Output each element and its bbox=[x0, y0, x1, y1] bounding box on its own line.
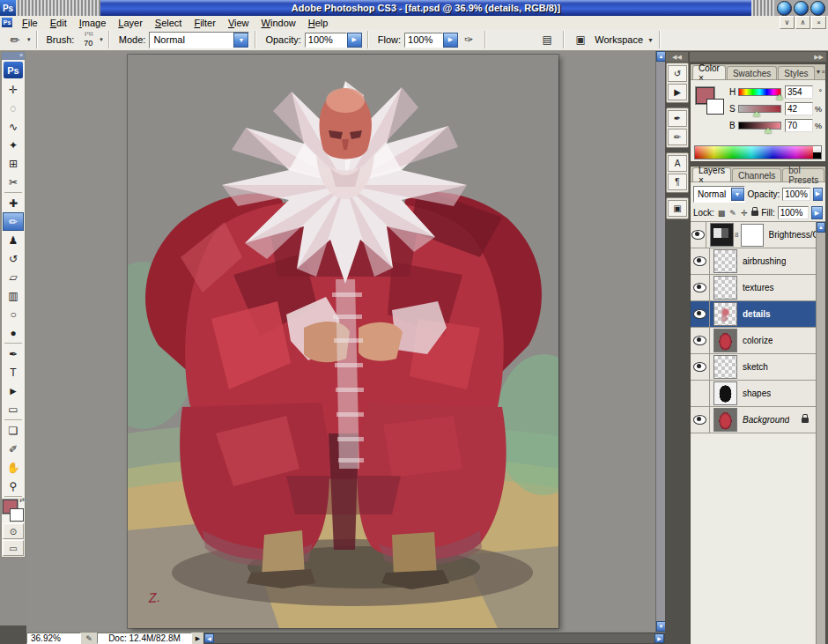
bridge-icon[interactable]: ▣ bbox=[570, 30, 591, 49]
notes-tool[interactable]: ❏ bbox=[3, 421, 24, 440]
character-panel-icon[interactable]: A bbox=[668, 155, 687, 172]
dodge-tool[interactable]: ● bbox=[3, 323, 24, 342]
crop-tool[interactable]: ⊞ bbox=[3, 154, 24, 173]
scroll-left-icon[interactable]: ◀ bbox=[204, 633, 214, 643]
tab-swatches[interactable]: Swatches bbox=[727, 66, 777, 79]
workspace-button[interactable]: Workspace bbox=[595, 34, 643, 45]
title-bar[interactable]: Ps Adobe Photoshop CS3 - [fat.psd @ 36.9… bbox=[0, 0, 828, 16]
fill-input[interactable]: 100% bbox=[778, 206, 809, 219]
layer-row-sketch[interactable]: sketch bbox=[691, 354, 816, 381]
layer-thumbnail[interactable] bbox=[713, 408, 737, 432]
palette-well-icon[interactable]: ▤ bbox=[536, 30, 558, 49]
layer-name[interactable]: colorize bbox=[743, 336, 773, 345]
vertical-scrollbar[interactable]: ▲ ▼ bbox=[655, 51, 665, 632]
mdi-minimize-button[interactable]: ∨ bbox=[780, 16, 795, 29]
icon-dock-collapse[interactable]: ◀◀ bbox=[666, 52, 688, 62]
layer-thumbnail[interactable] bbox=[713, 249, 737, 273]
brush-preset-picker[interactable]: ⠋⠛ 70 bbox=[78, 31, 99, 48]
layer-thumbnail[interactable] bbox=[713, 302, 737, 326]
slider-track[interactable] bbox=[738, 88, 781, 96]
pen-tool[interactable]: ✒ bbox=[3, 344, 24, 363]
panel-dock-collapse[interactable]: ▶▶ bbox=[690, 52, 826, 62]
shape-tool[interactable]: ▭ bbox=[3, 400, 24, 418]
menu-file[interactable]: File bbox=[16, 18, 44, 28]
slice-tool[interactable]: ✂ bbox=[3, 173, 24, 191]
menu-select[interactable]: Select bbox=[149, 18, 189, 28]
slider-value-input[interactable]: 354 bbox=[785, 85, 813, 99]
blend-mode-select[interactable]: Normal ▼ bbox=[149, 32, 249, 48]
opacity-input[interactable]: 100% bbox=[305, 33, 347, 48]
tool-presets-panel-icon[interactable]: ✒ bbox=[668, 110, 687, 127]
flow-input[interactable]: 100% bbox=[404, 33, 443, 48]
zoom-level-input[interactable]: 36.92% bbox=[26, 633, 81, 644]
brushes-panel-icon[interactable]: ✏ bbox=[668, 129, 687, 145]
layer-row-background[interactable]: Background bbox=[691, 407, 816, 433]
canvas[interactable]: Z. bbox=[128, 55, 558, 628]
slider-value-input[interactable]: 42 bbox=[785, 102, 813, 115]
dropdown-arrow-icon[interactable]: ▼ bbox=[731, 188, 744, 201]
blur-tool[interactable]: ○ bbox=[3, 305, 24, 323]
clone-stamp-tool[interactable]: ♟ bbox=[3, 231, 24, 249]
workspace-arrow-icon[interactable]: ▼ bbox=[647, 37, 654, 43]
scroll-up-icon[interactable]: ▲ bbox=[817, 222, 825, 233]
menu-edit[interactable]: Edit bbox=[44, 18, 73, 28]
paragraph-panel-icon[interactable]: ¶ bbox=[668, 174, 687, 190]
slider-value-input[interactable]: 70 bbox=[785, 119, 813, 132]
quick-mask-button[interactable]: ⊙ bbox=[3, 523, 24, 539]
panel-menu-icon[interactable]: ▼≡ bbox=[816, 69, 828, 75]
layer-row-airbrushing[interactable]: airbrushing bbox=[691, 248, 816, 275]
tab-channels[interactable]: Channels bbox=[732, 168, 781, 181]
move-tool[interactable]: ✛ bbox=[3, 80, 24, 99]
tool-preset-arrow-icon[interactable]: ▾ bbox=[27, 36, 31, 43]
lock-position-icon[interactable]: ✛ bbox=[740, 209, 749, 218]
layers-scrollbar[interactable]: ▲ ▼ bbox=[816, 222, 825, 644]
document-size-info[interactable]: Doc: 12.4M/82.8M bbox=[97, 633, 192, 644]
layer-row-details[interactable]: details bbox=[691, 301, 816, 328]
layer-name[interactable]: airbrushing bbox=[743, 256, 786, 266]
history-brush-tool[interactable]: ↺ bbox=[3, 249, 24, 268]
close-button[interactable] bbox=[810, 1, 825, 16]
history-panel-icon[interactable]: ↺ bbox=[668, 65, 687, 82]
status-pen-icon[interactable]: ✎ bbox=[81, 633, 97, 644]
layer-thumbnail[interactable] bbox=[713, 329, 737, 352]
opacity-arrow-icon[interactable]: ▶ bbox=[813, 188, 823, 201]
flow-arrow-icon[interactable]: ▶ bbox=[443, 33, 458, 48]
layer-name[interactable]: details bbox=[743, 309, 771, 319]
scroll-right-icon[interactable]: ▶ bbox=[654, 633, 664, 643]
mdi-restore-button[interactable]: ∧ bbox=[795, 16, 810, 29]
marquee-tool[interactable]: ◌ bbox=[3, 99, 24, 117]
layer-visibility-toggle[interactable] bbox=[691, 328, 710, 353]
slider-marker[interactable] bbox=[765, 128, 772, 133]
screen-mode-button[interactable]: ▭ bbox=[3, 540, 24, 556]
healing-brush-tool[interactable]: ✚ bbox=[3, 194, 24, 212]
layer-visibility-toggle[interactable] bbox=[691, 222, 706, 248]
maximize-button[interactable] bbox=[794, 1, 809, 16]
type-tool[interactable]: T bbox=[3, 363, 24, 381]
layer-blend-mode-select[interactable]: Normal ▼ bbox=[693, 186, 745, 203]
eyedropper-tool[interactable]: ✐ bbox=[3, 440, 24, 458]
layer-name[interactable]: sketch bbox=[743, 362, 768, 372]
color-spectrum-ramp[interactable] bbox=[694, 145, 822, 159]
layer-thumbnail[interactable] bbox=[713, 355, 737, 379]
hand-tool[interactable]: ✋ bbox=[3, 458, 24, 477]
minimize-button[interactable] bbox=[777, 1, 792, 16]
layer-visibility-toggle[interactable] bbox=[691, 381, 710, 406]
opacity-arrow-icon[interactable]: ▶ bbox=[347, 33, 362, 48]
slider-marker[interactable] bbox=[753, 111, 760, 116]
eraser-tool[interactable]: ▱ bbox=[3, 268, 24, 286]
layer-visibility-toggle[interactable] bbox=[691, 275, 710, 300]
airbrush-toggle-icon[interactable]: ✑ bbox=[458, 30, 479, 49]
menu-window[interactable]: Window bbox=[255, 18, 302, 28]
menu-image[interactable]: Image bbox=[73, 18, 113, 28]
slider-marker[interactable] bbox=[776, 94, 783, 100]
slider-track[interactable] bbox=[738, 105, 781, 113]
swap-colors-icon[interactable]: ⇄ bbox=[19, 497, 25, 504]
tab-color[interactable]: Color × bbox=[692, 65, 726, 79]
background-color-swatch[interactable] bbox=[10, 508, 24, 522]
layer-visibility-toggle[interactable] bbox=[691, 301, 710, 327]
layer-row-textures[interactable]: textures bbox=[691, 275, 816, 301]
brush-tool[interactable]: ✏ bbox=[3, 212, 24, 231]
brush-picker-arrow-icon[interactable]: ▾ bbox=[100, 36, 103, 43]
background-color-swatch[interactable] bbox=[706, 99, 724, 115]
actions-panel-icon[interactable]: ▶ bbox=[668, 84, 687, 100]
